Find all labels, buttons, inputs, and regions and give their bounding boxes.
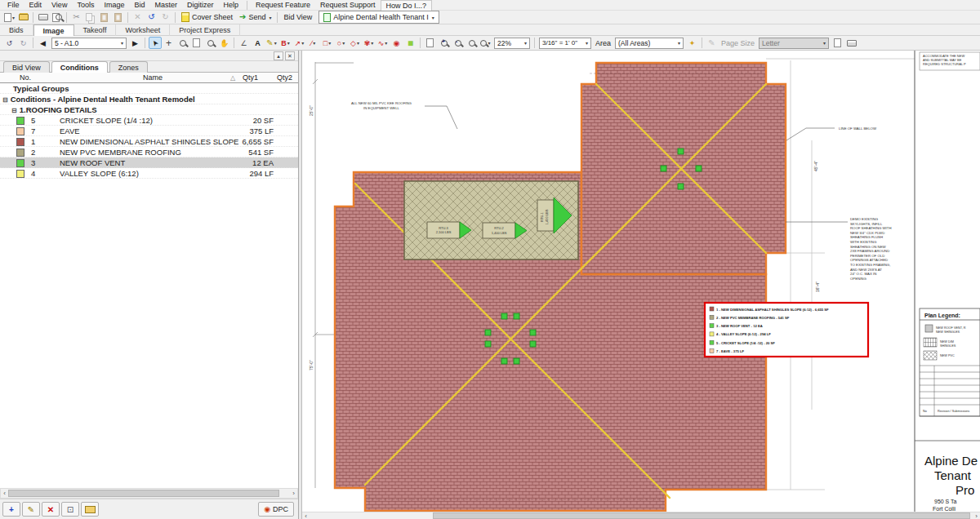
copy-icon[interactable]	[84, 11, 96, 24]
panel-tab-bid-view[interactable]: Bid View	[3, 61, 50, 73]
zoom-region-tool-icon[interactable]	[204, 37, 217, 49]
condition-row[interactable]: 5CRICKET SLOPE (1/4 :12)20 SF	[0, 115, 298, 126]
sort-icon[interactable]: △	[230, 73, 235, 83]
tab-worksheet[interactable]: Worksheet	[116, 24, 170, 36]
select-tool-icon[interactable]: ➤	[149, 37, 162, 49]
cover-sheet-button[interactable]: Cover Sheet	[179, 11, 235, 24]
delete-icon[interactable]: ✕	[131, 11, 144, 24]
record-tool-icon[interactable]: ◉	[390, 37, 403, 49]
bid-view-button[interactable]: Bid View	[281, 11, 314, 24]
project-tab[interactable]: Alpine Dental Health Tenant I▾	[318, 11, 439, 24]
col-no[interactable]: No.	[20, 73, 31, 83]
condition-row-selected[interactable]: 3NEW ROOF VENT12 EA	[0, 157, 298, 168]
panel-collapse-icon[interactable]: ▴	[274, 51, 283, 60]
text-tool-icon[interactable]: A	[252, 37, 265, 49]
next-page-icon[interactable]: ▶	[129, 37, 142, 49]
print-page-icon[interactable]	[845, 37, 858, 49]
cut-icon[interactable]: ✂	[70, 11, 82, 24]
drawing-canvas[interactable]: 25'-0" 75'-0" 45'-4" 16'-4"	[302, 51, 980, 512]
dimension-tool-icon[interactable]: ∠	[238, 37, 251, 49]
scrollbar-thumb[interactable]	[8, 490, 279, 497]
zoom-level-select[interactable]: 22%▾	[494, 38, 530, 49]
paste-special-icon[interactable]	[112, 11, 124, 24]
roof-plan-drawing[interactable]: 25'-0" 75'-0" 45'-4" 16'-4"	[302, 51, 980, 512]
prev-page-icon[interactable]: ◀	[37, 37, 50, 49]
menu-image[interactable]: Image	[99, 0, 129, 11]
new-icon[interactable]: ▾	[3, 11, 16, 24]
polygon-tool-icon[interactable]: ◇▾	[349, 37, 362, 49]
fit-page-icon[interactable]	[424, 37, 437, 49]
col-name[interactable]: Name	[143, 73, 163, 83]
delete-condition-button[interactable]: ✕	[42, 502, 60, 517]
condition-row[interactable]: 7EAVE375 LF	[0, 126, 298, 136]
tab-bids[interactable]: Bids	[0, 24, 33, 36]
new-page-icon[interactable]	[831, 37, 844, 49]
condition-row[interactable]: 2NEW PVC MEMBRANE ROOFING541 SF	[0, 147, 298, 157]
rectangle-tool-icon[interactable]: □▾	[321, 37, 334, 49]
scrollbar-thumb[interactable]	[433, 512, 970, 519]
ellipse-tool-icon[interactable]: ○▾	[335, 37, 348, 49]
tab-takeoff[interactable]: Takeoff	[74, 24, 117, 36]
zoom-page-tool-icon[interactable]	[190, 37, 203, 49]
canvas-horizontal-scrollbar[interactable]: ‹ ›	[302, 512, 980, 519]
menu-request-feature[interactable]: Request Feature	[251, 0, 315, 11]
bitmap-tool-icon[interactable]: B▾	[279, 37, 292, 49]
area-select[interactable]: (All Areas)▾	[615, 38, 684, 49]
dpc-button[interactable]: ◉DPC	[258, 502, 294, 517]
group-roofing-details[interactable]: ⊟1.ROOFING DETAILS	[0, 104, 298, 115]
group-typical[interactable]: Typical Groups	[0, 83, 298, 94]
group-conditions[interactable]: ⊟Conditions - Alpine Dental Health Tenan…	[0, 94, 298, 104]
menu-master[interactable]: Master	[149, 0, 182, 11]
menu-view[interactable]: View	[47, 0, 72, 11]
collapse-icon[interactable]: ⊟	[2, 96, 8, 104]
grid-header[interactable]: No. Name △ Qty1 Qty2	[0, 73, 298, 83]
star-tool-icon[interactable]: ✾▾	[363, 37, 376, 49]
line-tool-icon[interactable]: ∕▾	[307, 37, 320, 49]
nav-back-icon[interactable]: ↺	[3, 37, 16, 49]
menu-tools[interactable]: Tools	[72, 0, 99, 11]
panel-close-icon[interactable]: ✕	[285, 51, 295, 60]
zoom-select-icon[interactable]: ▾	[479, 37, 492, 49]
menu-file[interactable]: File	[2, 0, 24, 11]
tab-image[interactable]: Image	[33, 24, 74, 36]
menu-how-do-i[interactable]: How Do I...?	[381, 0, 433, 11]
collapse-icon[interactable]: ⊟	[11, 107, 17, 114]
paste-icon[interactable]	[98, 11, 110, 24]
arrow-tool-icon[interactable]: ↗▾	[293, 37, 306, 49]
add-condition-button[interactable]: +	[2, 502, 20, 517]
zoom-actual-icon[interactable]	[466, 37, 479, 49]
properties-button[interactable]: ⊡	[61, 502, 79, 517]
menu-help[interactable]: Help	[218, 0, 243, 11]
tab-project-express[interactable]: Project Express	[170, 24, 240, 36]
scale-select[interactable]: 3/16" = 1' 0"▾	[539, 38, 591, 49]
print-icon[interactable]	[37, 11, 49, 24]
redo-icon[interactable]: ↻	[159, 11, 172, 24]
scroll-left-icon[interactable]: ‹	[1, 489, 8, 498]
undo-icon[interactable]: ↺	[145, 11, 158, 24]
menu-edit[interactable]: Edit	[24, 0, 47, 11]
col-qty2[interactable]: Qty2	[277, 73, 292, 83]
crosshair-tool-icon[interactable]: +	[163, 37, 176, 49]
col-qty1[interactable]: Qty1	[243, 73, 258, 83]
roof-takeoff-objects[interactable]: RTU-3 2,100 LBS RTU-2 1,400 LBS RTU-1 1,…	[335, 63, 786, 511]
nav-forward-icon[interactable]: ↻	[17, 37, 30, 49]
takeoff-legend-box[interactable]: 1 - NEW DIMENSIONAL ASPHALT SHINGLES SLO…	[705, 303, 868, 357]
scroll-right-icon[interactable]: ›	[290, 489, 297, 498]
zoom-in-icon[interactable]: +	[438, 37, 451, 49]
highlight-tool-icon[interactable]: ■	[404, 37, 417, 49]
scroll-left-icon[interactable]: ‹	[302, 512, 310, 519]
print-preview-icon[interactable]	[51, 11, 63, 24]
condition-row[interactable]: 4VALLEY SLOPE (6:12)294 LF	[0, 168, 298, 179]
new-folder-button[interactable]	[81, 502, 99, 517]
menu-bid[interactable]: Bid	[129, 0, 149, 11]
pencil-tool-icon[interactable]: ✎▾	[265, 37, 278, 49]
pan-tool-icon[interactable]: ✋	[218, 37, 231, 49]
scroll-right-icon[interactable]: ›	[973, 512, 980, 519]
curve-tool-icon[interactable]: ∿▾	[376, 37, 390, 49]
page-selector[interactable]: 5 - A1.0▾	[51, 38, 127, 49]
panel-tab-zones[interactable]: Zones	[109, 61, 148, 73]
edit-page-icon[interactable]: ✎	[706, 37, 719, 49]
panel-horizontal-scrollbar[interactable]: ‹ ›	[0, 488, 298, 499]
send-button[interactable]: ➔ Send▾	[237, 11, 274, 24]
menu-digitizer[interactable]: Digitizer	[182, 0, 219, 11]
